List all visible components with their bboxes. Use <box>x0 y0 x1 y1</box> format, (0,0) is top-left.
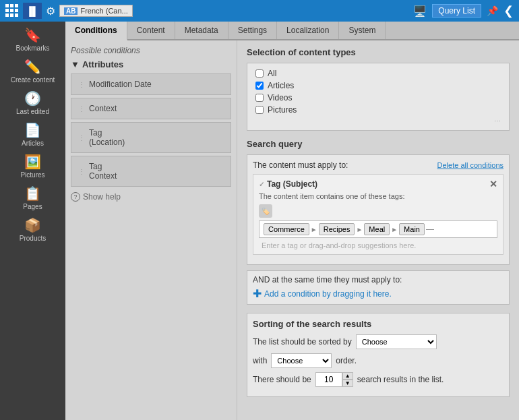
possible-conditions-label: Possible conditions <box>71 46 231 55</box>
tag-commerce[interactable]: Commerce <box>264 223 309 235</box>
spin-down-button[interactable]: ▼ <box>342 380 353 387</box>
sort-by-label: The list should be sorted by <box>253 337 352 347</box>
attributes-header[interactable]: ▼ Attributes <box>71 59 231 69</box>
sidebar-item-label: Articles <box>22 140 44 147</box>
attribute-tag-location[interactable]: ⋮ Tag(Location) <box>71 122 231 153</box>
tab-bar: Conditions Content Metadata Settings Loc… <box>65 22 519 40</box>
tag-meal[interactable]: Meal <box>364 223 390 235</box>
tag-subject-label: Tag (Subject) <box>267 179 317 189</box>
sidebar-item-label: Pages <box>23 203 42 210</box>
tab-system[interactable]: System <box>339 22 386 39</box>
sort-by-select[interactable]: Choose Title Date Relevance <box>356 334 437 349</box>
query-list-button[interactable]: Query List <box>432 4 481 18</box>
sort-order-select[interactable]: Choose Ascending Descending <box>271 353 332 368</box>
pin-icon[interactable]: 📌 <box>487 5 498 16</box>
pictures-label: Pictures <box>268 105 297 115</box>
create-content-icon: ✏️ <box>24 59 41 75</box>
query-list-label: Query List <box>438 6 475 16</box>
expand-dots[interactable]: ⋯ <box>255 117 501 125</box>
language-badge[interactable]: AB French (Can... <box>59 5 133 17</box>
articles-checkbox[interactable] <box>255 82 264 90</box>
and-title: AND at the same time they must apply to: <box>253 275 503 284</box>
sidebar-item-pages[interactable]: 📋 Pages <box>0 183 65 213</box>
ab-label: AB <box>64 7 78 15</box>
spin-buttons[interactable]: ▲ ▼ <box>342 372 353 387</box>
delete-all-conditions-link[interactable]: Delete all conditions <box>437 161 503 169</box>
content-must-apply-label: The content must apply to: <box>253 160 348 170</box>
and-condition-box: AND at the same time they must apply to:… <box>247 270 510 305</box>
drag-handle-icon: ⋮ <box>78 168 85 175</box>
tags-chain[interactable]: Commerce ► Recipes ► Meal ► Main — <box>259 220 497 238</box>
all-label: All <box>268 69 276 78</box>
tab-metadata[interactable]: Metadata <box>175 22 228 39</box>
tab-localization[interactable]: Localization <box>277 22 339 39</box>
pictures-checkbox[interactable] <box>255 106 264 114</box>
articles-label: Articles <box>268 81 294 90</box>
back-arrow-icon[interactable]: ❮ <box>503 3 514 18</box>
tag-box-title: ✓ Tag (Subject) <box>259 179 317 189</box>
order-label: order. <box>336 356 357 365</box>
sorting-box: Sorting of the search results The list s… <box>247 313 510 397</box>
attribute-label: TagContext <box>89 162 117 181</box>
tag-subject-box: ✓ Tag (Subject) ✕ The content item conta… <box>253 174 503 255</box>
content-types-box: All Articles Videos Pictures ⋯ <box>247 63 510 131</box>
main-content: Conditions Content Metadata Settings Loc… <box>65 22 519 420</box>
grid-icon[interactable] <box>5 4 19 18</box>
content-area: Possible conditions ▼ Attributes ⋮ Modif… <box>65 40 519 420</box>
attribute-context[interactable]: ⋮ Context <box>71 98 231 119</box>
search-count-input[interactable]: 10 ▲ ▼ <box>315 372 353 387</box>
show-help-link[interactable]: ? Show help <box>71 192 231 202</box>
plus-icon: ✚ <box>253 287 262 300</box>
tab-settings[interactable]: Settings <box>228 22 277 39</box>
articles-icon: 📄 <box>24 122 41 138</box>
left-panel: Possible conditions ▼ Attributes ⋮ Modif… <box>65 40 237 420</box>
tab-conditions[interactable]: Conditions <box>65 22 127 40</box>
sidebar-item-products[interactable]: 📦 Products <box>0 214 65 245</box>
videos-label: Videos <box>268 93 292 102</box>
tag-main[interactable]: Main <box>399 223 425 235</box>
attribute-label: Tag(Location) <box>89 128 125 147</box>
spin-up-button[interactable]: ▲ <box>342 372 353 380</box>
sidebar-item-articles[interactable]: 📄 Articles <box>0 119 65 150</box>
sidebar-item-last-edited[interactable]: 🕐 Last edited <box>0 88 65 118</box>
attribute-label: Context <box>89 104 117 113</box>
products-icon: 📦 <box>24 217 41 233</box>
logo-icon[interactable]: ▐▌ <box>23 3 42 19</box>
count-field[interactable]: 10 <box>315 372 342 387</box>
tag-input-area[interactable]: Enter a tag or drag-and-drop suggestions… <box>259 241 497 250</box>
tab-content[interactable]: Content <box>127 22 175 39</box>
top-bar: ▐▌ ⚙ AB French (Can... 🖥️ Query List 📌 ❮ <box>0 0 519 22</box>
attribute-tag-context[interactable]: ⋮ TagContext <box>71 156 231 187</box>
tag-close-button[interactable]: ✕ <box>489 179 497 189</box>
add-condition-area[interactable]: ✚ Add a condition by dragging it here. <box>253 287 503 300</box>
tag-more-icon[interactable]: — <box>426 224 434 234</box>
sidebar-item-bookmarks[interactable]: 🔖 Bookmarks <box>0 24 65 55</box>
sidebar-item-pictures[interactable]: 🖼️ Pictures <box>0 151 65 181</box>
should-be-label: There should be <box>253 375 311 384</box>
checkbox-articles[interactable]: Articles <box>255 81 501 90</box>
checkbox-videos[interactable]: Videos <box>255 93 501 102</box>
sidebar-item-label: Products <box>20 235 46 242</box>
sq-header: The content must apply to: Delete all co… <box>253 160 503 170</box>
sorting-title: Sorting of the search results <box>253 319 503 329</box>
tag-box-header: ✓ Tag (Subject) ✕ <box>259 179 497 189</box>
monitor-icon: 🖥️ <box>413 5 427 18</box>
attribute-modification-date[interactable]: ⋮ Modification Date <box>71 73 231 95</box>
tag-recipes[interactable]: Recipes <box>319 223 355 235</box>
last-edited-icon: 🕐 <box>24 90 41 107</box>
checkbox-all[interactable]: All <box>255 69 501 78</box>
main-layout: 🔖 Bookmarks ✏️ Create content 🕐 Last edi… <box>0 22 519 420</box>
sidebar-item-create-content[interactable]: ✏️ Create content <box>0 56 65 86</box>
lang-label: French (Can... <box>80 7 127 15</box>
search-query-title: Search query <box>247 139 510 149</box>
top-bar-right: 🖥️ Query List 📌 ❮ <box>413 3 514 18</box>
tag-arrow-icon: ► <box>356 226 363 233</box>
all-checkbox[interactable] <box>255 69 264 78</box>
with-label: with <box>253 356 267 365</box>
settings-wheel-icon[interactable]: ⚙ <box>46 5 55 18</box>
tag-arrow-icon: ► <box>311 226 317 233</box>
checkbox-pictures[interactable]: Pictures <box>255 105 501 115</box>
tag-icon-row: 🏷️ <box>259 204 497 218</box>
add-condition-text: Add a condition by dragging it here. <box>264 289 392 299</box>
videos-checkbox[interactable] <box>255 94 264 102</box>
